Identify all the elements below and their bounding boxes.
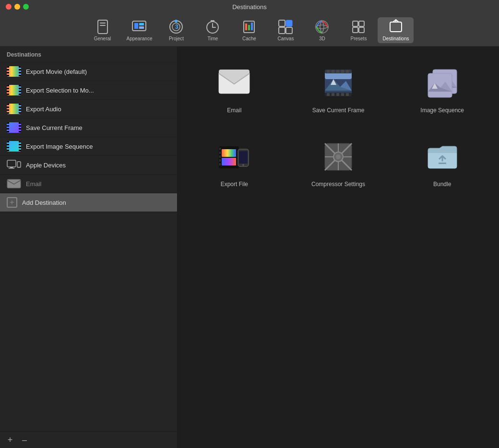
- toolbar-item-3d[interactable]: 3D: [305, 17, 339, 43]
- svg-rect-71: [219, 163, 221, 165]
- svg-rect-5: [139, 23, 144, 25]
- destination-cards-panel: Email: [178, 47, 499, 448]
- sidebar-item-label: Save Current Frame: [26, 124, 83, 131]
- sidebar-item-save-current-frame[interactable]: Save Current Frame: [0, 118, 177, 137]
- 3d-label: 3D: [319, 36, 325, 41]
- svg-rect-27: [359, 27, 364, 33]
- svg-rect-21: [279, 27, 285, 34]
- dest-card-email-label: Email: [227, 107, 241, 114]
- title-bar: Destinations: [0, 0, 499, 13]
- svg-rect-46: [332, 93, 334, 96]
- svg-rect-28: [390, 22, 402, 32]
- dest-card-image-sequence-label: Image Sequence: [420, 107, 464, 114]
- svg-rect-45: [327, 93, 330, 96]
- bundle-card-icon: [423, 138, 462, 176]
- canvas-label: Canvas: [278, 36, 294, 41]
- svg-rect-55: [346, 70, 349, 73]
- sidebar-item-label: Export Movie (default): [26, 68, 87, 75]
- add-destination-icon: +: [7, 197, 17, 208]
- sidebar-item-export-movie[interactable]: Export Movie (default): [0, 62, 177, 81]
- svg-rect-1: [100, 23, 106, 24]
- svg-rect-31: [7, 160, 16, 167]
- svg-rect-25: [359, 21, 364, 26]
- dest-card-export-file[interactable]: Export File: [187, 130, 282, 194]
- add-button[interactable]: +: [5, 435, 15, 445]
- svg-rect-6: [139, 26, 144, 29]
- dest-card-compressor-label: Compressor Settings: [311, 181, 365, 188]
- svg-rect-47: [336, 93, 339, 96]
- traffic-lights: [6, 4, 29, 10]
- svg-text:3: 3: [175, 24, 178, 30]
- project-label: Project: [169, 36, 184, 41]
- dest-card-compressor[interactable]: Compressor Settings: [291, 130, 386, 194]
- svg-rect-0: [98, 20, 107, 34]
- general-label: General: [94, 36, 111, 41]
- 3d-icon: [314, 19, 330, 35]
- sidebar-item-add-destination[interactable]: + Add Destination: [0, 193, 177, 212]
- toolbar-item-general[interactable]: General: [85, 17, 120, 43]
- canvas-icon: [278, 19, 293, 35]
- dest-card-save-frame[interactable]: Save Current Frame: [291, 56, 386, 120]
- svg-rect-51: [327, 70, 330, 73]
- apple-devices-icon: [7, 160, 21, 170]
- svg-rect-19: [279, 20, 285, 26]
- sidebar-item-label: Export Audio: [26, 106, 61, 113]
- project-icon: 3: [168, 19, 184, 35]
- sidebar-item-label: Add Destination: [22, 199, 66, 206]
- remove-button[interactable]: –: [19, 435, 30, 445]
- toolbar-item-destinations[interactable]: Destinations: [378, 17, 414, 43]
- sidebar-item-label: Export Image Sequence: [26, 143, 93, 150]
- sidebar-item-label: Apple Devices: [26, 162, 66, 169]
- export-file-card-icon: [215, 138, 253, 176]
- svg-rect-16: [245, 24, 247, 30]
- save-frame-card-icon: [319, 64, 357, 102]
- compressor-card-icon: [319, 138, 357, 176]
- svg-rect-66: [222, 158, 236, 165]
- sidebar-item-export-selection[interactable]: Export Selection to Mo...: [0, 81, 177, 100]
- maximize-button[interactable]: [23, 4, 29, 10]
- svg-rect-17: [248, 25, 250, 30]
- sidebar-list: Export Movie (default) Export Selection …: [0, 62, 177, 431]
- svg-rect-36: [7, 179, 21, 188]
- svg-point-23: [316, 21, 328, 33]
- svg-rect-32: [10, 167, 13, 168]
- svg-point-35: [19, 166, 20, 167]
- svg-rect-53: [336, 70, 339, 73]
- svg-rect-73: [239, 151, 248, 164]
- close-button[interactable]: [6, 4, 12, 10]
- export-movie-icon: [7, 66, 21, 77]
- svg-rect-14: [211, 20, 214, 22]
- image-sequence-card-icon: [423, 64, 462, 102]
- sidebar-item-export-image-sequence[interactable]: Export Image Sequence: [0, 137, 177, 156]
- sidebar-item-email[interactable]: Email: [0, 175, 177, 193]
- svg-rect-20: [286, 20, 292, 26]
- presets-label: Presets: [351, 36, 367, 41]
- toolbar-item-project[interactable]: 3 Project: [159, 17, 193, 43]
- toolbar-item-presets[interactable]: Presets: [341, 17, 376, 43]
- svg-rect-33: [9, 168, 14, 169]
- toolbar-item-cache[interactable]: Cache: [232, 17, 266, 43]
- appearance-label: Appearance: [127, 36, 153, 41]
- sidebar-item-export-audio[interactable]: Export Audio: [0, 100, 177, 118]
- dest-card-image-sequence[interactable]: Image Sequence: [395, 56, 489, 120]
- time-label: Time: [208, 36, 218, 41]
- dest-card-email[interactable]: Email: [187, 56, 282, 120]
- toolbar-item-time[interactable]: Time: [195, 17, 230, 43]
- save-frame-icon: [7, 122, 21, 133]
- dest-card-bundle-label: Bundle: [433, 181, 451, 188]
- toolbar-item-appearance[interactable]: Appearance: [122, 17, 157, 43]
- sidebar-bottom-bar: + –: [0, 431, 177, 448]
- minimize-button[interactable]: [14, 4, 20, 10]
- svg-point-81: [336, 154, 341, 159]
- svg-rect-2: [100, 25, 106, 26]
- svg-rect-54: [341, 70, 344, 73]
- svg-rect-69: [219, 155, 221, 158]
- dest-card-bundle[interactable]: Bundle: [395, 130, 489, 194]
- toolbar-item-canvas[interactable]: Canvas: [268, 17, 303, 43]
- dest-card-export-file-label: Export File: [221, 181, 248, 188]
- export-selection-icon: [7, 85, 21, 95]
- export-imgseq-icon: [7, 141, 21, 152]
- svg-rect-18: [251, 23, 253, 30]
- sidebar-item-apple-devices[interactable]: Apple Devices: [0, 156, 177, 175]
- destinations-label: Destinations: [382, 36, 409, 41]
